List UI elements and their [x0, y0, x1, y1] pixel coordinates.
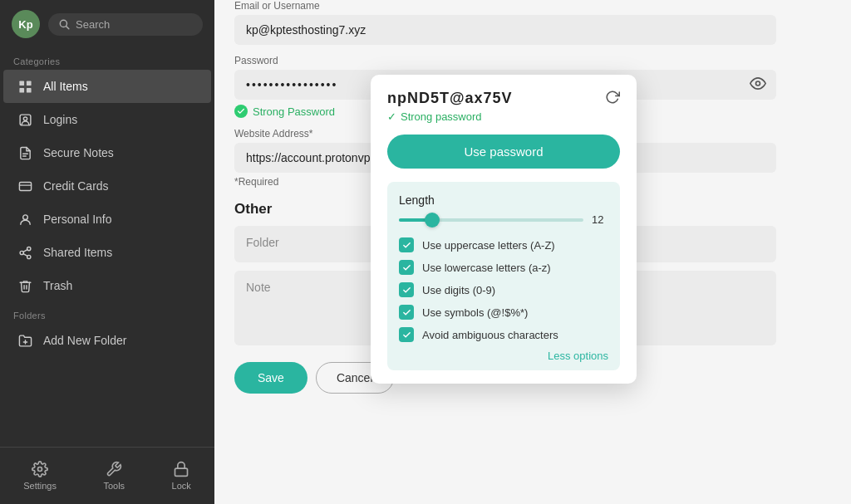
- checkbox-avoid-ambiguous-label: Avoid ambiguous characters: [422, 329, 558, 341]
- checkbox-uppercase[interactable]: Use uppercase letters (A-Z): [399, 237, 608, 252]
- checkbox-avoid-ambiguous[interactable]: Avoid ambiguous characters: [399, 327, 608, 342]
- length-slider-track[interactable]: [399, 218, 583, 222]
- search-bar[interactable]: Search: [48, 13, 203, 36]
- svg-point-20: [38, 467, 42, 472]
- generated-password-row: npND5T@ax75V: [387, 90, 620, 107]
- grid-icon: [17, 78, 33, 95]
- sidebar-item-label: Shared Items: [43, 246, 112, 259]
- personal-info-icon: [17, 211, 33, 228]
- svg-rect-10: [19, 182, 31, 190]
- add-folder-item[interactable]: Add New Folder: [3, 324, 211, 357]
- checkbox-digits[interactable]: Use digits (0-9): [399, 282, 608, 297]
- search-icon: [58, 18, 70, 30]
- save-button[interactable]: Save: [234, 362, 307, 394]
- password-label: Password: [234, 55, 776, 66]
- search-label: Search: [76, 18, 110, 31]
- refresh-password-button[interactable]: [605, 90, 620, 107]
- checkbox-lowercase[interactable]: Use lowercase letters (a-z): [399, 260, 608, 275]
- svg-rect-2: [19, 81, 24, 86]
- checkbox-uppercase-box[interactable]: [399, 237, 414, 252]
- sidebar-item-label: All Items: [43, 80, 88, 93]
- sidebar-item-label: Logins: [43, 113, 77, 126]
- slider-value: 12: [592, 213, 608, 226]
- less-options-link[interactable]: Less options: [399, 350, 608, 362]
- sidebar-bottom-nav: Settings Tools Lock: [0, 447, 214, 504]
- password-dots: ••••••••••••••••: [246, 78, 337, 91]
- svg-point-7: [23, 116, 27, 120]
- trash-icon: [17, 277, 33, 294]
- svg-rect-5: [26, 87, 31, 92]
- checkbox-symbols-box[interactable]: [399, 305, 414, 320]
- sidebar-item-logins[interactable]: Logins: [3, 103, 211, 136]
- sidebar-item-shared-items[interactable]: Shared Items: [3, 236, 211, 269]
- checkbox-lowercase-box[interactable]: [399, 260, 414, 275]
- logins-icon: [17, 111, 33, 128]
- tools-label: Tools: [103, 481, 125, 491]
- tools-nav-item[interactable]: Tools: [95, 458, 133, 494]
- add-folder-icon: [17, 332, 33, 349]
- checkbox-uppercase-label: Use uppercase letters (A-Z): [422, 239, 555, 252]
- sidebar-item-all-items[interactable]: All Items: [3, 70, 211, 103]
- svg-point-22: [756, 81, 760, 86]
- add-folder-label: Add New Folder: [43, 334, 126, 347]
- sidebar-item-label: Credit Cards: [43, 179, 109, 193]
- main-content: Email or Username kp@kptesthosting7.xyz …: [214, 0, 851, 504]
- settings-nav-item[interactable]: Settings: [15, 458, 65, 494]
- slider-thumb[interactable]: [425, 213, 440, 228]
- sidebar-item-credit-cards[interactable]: Credit Cards: [3, 169, 211, 203]
- email-label: Email or Username: [234, 0, 776, 12]
- svg-rect-21: [175, 468, 188, 476]
- tools-icon: [106, 461, 122, 477]
- strong-password-text: Strong Password: [253, 105, 335, 118]
- checkbox-symbols-label: Use symbols (@!$%*): [422, 306, 528, 319]
- credit-card-icon: [17, 178, 33, 194]
- folder-placeholder: Folder: [246, 236, 279, 249]
- sidebar-item-label: Secure Notes: [43, 146, 114, 159]
- slider-row: 12: [399, 213, 608, 226]
- settings-icon: [32, 461, 48, 477]
- avatar: Kp: [12, 10, 40, 38]
- svg-point-12: [22, 214, 27, 219]
- check-circle-icon: [234, 105, 248, 118]
- checkbox-symbols[interactable]: Use symbols (@!$%*): [399, 305, 608, 320]
- sidebar: Kp Search Categories All Items Logins: [0, 0, 214, 504]
- settings-label: Settings: [23, 481, 57, 491]
- length-label: Length: [399, 193, 608, 207]
- lock-nav-item[interactable]: Lock: [164, 458, 199, 494]
- notes-icon: [17, 144, 33, 161]
- checkbox-lowercase-label: Use lowercase letters (a-z): [422, 262, 551, 274]
- folders-label: Folders: [0, 302, 214, 324]
- sidebar-item-label: Trash: [43, 279, 72, 292]
- lock-icon: [173, 461, 189, 477]
- categories-label: Categories: [0, 48, 214, 70]
- password-generator-popup: npND5T@ax75V ✓ Strong password Use passw…: [371, 75, 637, 384]
- svg-line-16: [23, 253, 27, 256]
- generated-password: npND5T@ax75V: [387, 90, 513, 107]
- sidebar-item-trash[interactable]: Trash: [3, 269, 211, 302]
- sidebar-item-personal-info[interactable]: Personal Info: [3, 203, 211, 236]
- popup-strong-row: ✓ Strong password: [387, 110, 620, 123]
- checkbox-digits-box[interactable]: [399, 282, 414, 297]
- sidebar-item-label: Personal Info: [43, 213, 112, 226]
- lock-label: Lock: [172, 481, 191, 491]
- shared-icon: [17, 244, 33, 261]
- popup-strong-text: Strong password: [401, 110, 482, 123]
- sidebar-item-secure-notes[interactable]: Secure Notes: [3, 136, 211, 169]
- use-password-button[interactable]: Use password: [387, 135, 620, 169]
- checkbox-digits-label: Use digits (0-9): [422, 284, 495, 296]
- checkbox-avoid-ambiguous-box[interactable]: [399, 327, 414, 342]
- svg-line-17: [23, 249, 27, 252]
- svg-line-1: [66, 27, 69, 29]
- sidebar-header: Kp Search: [0, 0, 214, 48]
- email-field-group: Email or Username kp@kptesthosting7.xyz: [234, 0, 776, 45]
- svg-rect-3: [26, 81, 31, 86]
- eye-icon[interactable]: [750, 76, 766, 95]
- popup-check-icon: ✓: [387, 110, 396, 123]
- note-placeholder: Note: [246, 281, 271, 294]
- svg-rect-4: [19, 87, 24, 92]
- popup-options: Length 12 Use uppercase letters (A-Z): [387, 182, 620, 370]
- email-value[interactable]: kp@kptesthosting7.xyz: [234, 15, 776, 45]
